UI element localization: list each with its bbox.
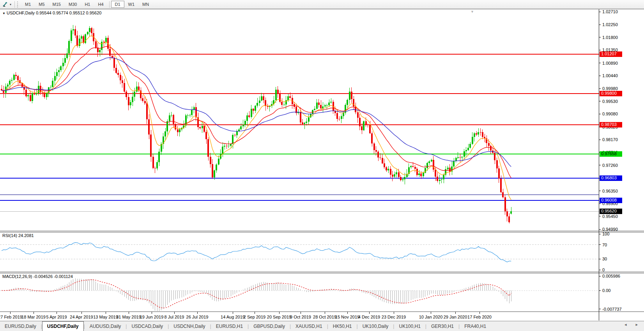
date-tick-label: 15 Nov 2019: [335, 315, 359, 319]
level-price-label: 0.96008: [600, 198, 622, 203]
level-price-label: 1.01207: [600, 51, 622, 57]
chart-tab-ger30-h1[interactable]: GER30,H1: [426, 321, 458, 331]
date-tick-label: 19 Jun 2019: [140, 315, 164, 319]
timeframe-buttons: M1M5M15M30H1H4D1W1MN: [21, 1, 153, 8]
symbol-dropdown-icon[interactable]: ▼: [2, 12, 5, 15]
price-tick-label: 0.99530: [602, 99, 618, 104]
timeframes-toolbar: ▾ M1M5M15M30H1H4D1W1MN: [0, 0, 644, 9]
rsi-tick-label: 70: [602, 242, 607, 247]
date-tick-label: 10 Jan 2020: [419, 315, 443, 319]
level-price-label: 0.96803: [600, 175, 622, 181]
price-tick-label: 1.00440: [602, 73, 618, 78]
timeframe-button-m15[interactable]: M15: [49, 1, 65, 8]
level-price-label: 0.98703: [600, 122, 622, 127]
rsi-tick-label: 30: [602, 257, 607, 261]
price-tick-label: 0.98170: [602, 137, 618, 142]
date-tick-label: 4 Dec 2019: [358, 315, 380, 319]
date-tick-label: 31 May 2019: [116, 315, 141, 319]
rsi-tick-label: 0: [602, 267, 605, 272]
price-tick-label: 0.95450: [602, 214, 618, 219]
toolbar-drag-handle[interactable]: [17, 2, 19, 7]
rsi-label: RSI(14) 24.2081: [2, 233, 34, 238]
date-tick-label: 8 Jul 2019: [165, 315, 184, 319]
chart-title-text: USDCHF,Daily 0.95544 0.95774 0.95512 0.9…: [7, 11, 101, 15]
rsi-tick-label: 100: [602, 232, 609, 236]
timeframe-button-h1[interactable]: H1: [81, 1, 94, 8]
chart-tabs-bar: EURUSD,Daily|USDCHF,Daily|AUDUSD,Daily|U…: [0, 321, 644, 331]
tab-scroll-right-button[interactable]: ▸: [635, 322, 642, 327]
timeframe-button-w1[interactable]: W1: [124, 1, 139, 8]
chart-tab-eurusd-h1[interactable]: EURUSD,H1: [211, 321, 248, 331]
chart-tab-audusd-daily[interactable]: AUDUSD,Daily: [85, 321, 126, 331]
chart-plot-area[interactable]: [0, 0, 644, 331]
date-tick-label: 20 Sep 2019: [267, 315, 291, 319]
price-tick-label: 0.96350: [602, 189, 618, 193]
macd-tick-label: 0.00: [602, 288, 610, 293]
date-tick-label: 26 Jul 2019: [186, 315, 209, 319]
mt4-chart-window: ▾ M1M5M15M30H1H4D1W1MN ▼ USDCHF,Daily 0.…: [0, 0, 644, 331]
date-tick-label: 27 Feb 2019: [0, 315, 22, 319]
chart-tab-gbpusd-daily[interactable]: GBPUSD,Daily: [249, 321, 290, 331]
date-tick-label: 2 Sep 2019: [244, 315, 265, 319]
macd-tick-label: -0.007737: [602, 307, 622, 312]
level-price-label: 0.97658: [600, 151, 622, 157]
level-price-label: 0.99800: [600, 91, 622, 96]
date-tick-label: 17 Feb 2020: [467, 315, 492, 319]
date-tick-label: 9 Oct 2019: [290, 315, 311, 319]
timeframe-button-mn[interactable]: MN: [138, 1, 153, 8]
chart-tab-xauusd-h1[interactable]: XAUUSD,H1: [291, 321, 327, 331]
price-tick-label: 0.94990: [602, 227, 618, 232]
price-tick-label: 1.00890: [602, 61, 618, 65]
chart-tab-uk100-h1[interactable]: UK100,H1: [394, 321, 425, 331]
chart-tab-usdchf-daily[interactable]: USDCHF,Daily: [42, 321, 84, 331]
price-tick-label: 0.97260: [602, 163, 618, 168]
tab-scroll-arrows: ◂ ▸: [625, 322, 642, 327]
chart-shift-marker-icon[interactable]: ▼: [471, 10, 474, 14]
price-tick-label: 1.02710: [602, 9, 618, 14]
timeframe-button-m5[interactable]: M5: [35, 1, 48, 8]
chart-tab-uk100-daily[interactable]: UK100,Daily: [358, 321, 393, 331]
bid-price-label: 0.95620: [600, 209, 622, 214]
chart-tab-fra40-h1[interactable]: FRA40,H1: [460, 321, 491, 331]
timeframe-button-m30[interactable]: M30: [65, 1, 81, 8]
chart-title: ▼ USDCHF,Daily 0.95544 0.95774 0.95512 0…: [2, 11, 101, 15]
date-tick-label: 13 May 2019: [93, 315, 118, 319]
tab-scroll-left-button[interactable]: ◂: [625, 322, 631, 327]
timeframe-button-d1[interactable]: D1: [111, 1, 124, 8]
price-tick-label: 1.02250: [602, 22, 618, 27]
chart-tab-usdcnh-daily[interactable]: USDCNH,Daily: [169, 321, 210, 331]
chart-mode-icon[interactable]: [2, 1, 9, 7]
macd-label: MACD(12,26,9) -0.004526 -0.001124: [2, 274, 73, 279]
date-tick-label: 24 Apr 2019: [70, 315, 93, 319]
toolbar-separator: [109, 1, 110, 8]
date-tick-label: 28 Oct 2019: [313, 315, 336, 319]
chart-tab-usdcad-daily[interactable]: USDCAD,Daily: [127, 321, 168, 331]
chart-mode-dropdown-icon[interactable]: ▾: [10, 3, 11, 6]
timeframe-button-h4[interactable]: H4: [94, 1, 107, 8]
price-tick-label: 0.99080: [602, 112, 618, 116]
chart-tab-hk50-h1[interactable]: HK50,H1: [328, 321, 357, 331]
timeframe-button-m1[interactable]: M1: [21, 1, 35, 8]
date-tick-label: 18 Mar 2019: [21, 315, 46, 319]
price-tick-label: 0.99980: [602, 86, 618, 91]
macd-tick-label: 0.005986: [602, 274, 620, 278]
date-tick-label: 23 Dec 2019: [382, 315, 406, 319]
date-tick-label: 14 Aug 2019: [221, 315, 245, 319]
date-tick-label: 5 Apr 2019: [46, 315, 67, 319]
price-tick-label: 1.01800: [602, 35, 618, 40]
date-tick-label: 29 Jan 2020: [444, 315, 467, 319]
chart-tab-eurusd-daily[interactable]: EURUSD,Daily: [0, 321, 41, 331]
toolbar-separator: [14, 1, 15, 8]
